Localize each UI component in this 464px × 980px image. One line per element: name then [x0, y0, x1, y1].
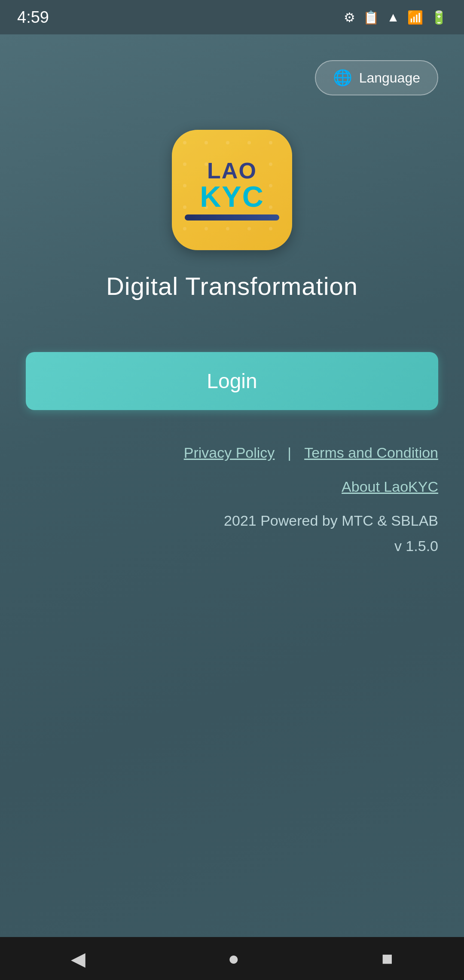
about-laokyc-link[interactable]: About LaoKYC: [342, 478, 438, 495]
language-button[interactable]: 🌐 Language: [315, 60, 438, 95]
footer-powered-by: 2021 Powered by MTC & SBLAB: [224, 512, 438, 529]
app-title: Digital Transformation: [106, 272, 358, 300]
policy-links-row: Privacy Policy | Terms and Condition: [184, 444, 438, 461]
signal-icon: 📶: [407, 10, 423, 25]
sim-icon: 📋: [363, 10, 379, 25]
nav-back-button[interactable]: ◀: [71, 948, 85, 970]
svg-point-6: [183, 162, 186, 166]
svg-point-15: [205, 227, 208, 230]
svg-point-3: [226, 141, 229, 144]
wifi-icon: ▲: [387, 10, 400, 24]
logo-inner: LAO KYC: [172, 130, 292, 250]
main-content: 🌐 Language: [0, 34, 464, 937]
language-icon: 🌐: [333, 69, 352, 87]
svg-point-13: [269, 205, 272, 209]
svg-point-17: [247, 227, 251, 230]
nav-home-button[interactable]: ●: [228, 948, 239, 969]
footer-version: v 1.5.0: [394, 538, 438, 554]
privacy-policy-link[interactable]: Privacy Policy: [184, 444, 275, 461]
svg-point-11: [183, 205, 186, 209]
language-label: Language: [359, 70, 420, 86]
status-icons: ⚙ 📋 ▲ 📶 🔋: [344, 10, 447, 25]
navigation-bar: ◀ ● ■: [0, 937, 464, 980]
login-button[interactable]: Login: [26, 352, 438, 410]
status-time: 4:59: [17, 8, 49, 27]
logo-text-bottom: KYC: [200, 182, 264, 211]
svg-point-10: [269, 184, 272, 187]
link-separator: |: [287, 444, 291, 461]
svg-point-2: [205, 141, 208, 144]
app-logo: LAO KYC: [172, 130, 292, 250]
svg-point-14: [183, 227, 186, 230]
battery-icon: 🔋: [431, 10, 447, 25]
svg-point-4: [247, 141, 251, 144]
terms-condition-link[interactable]: Terms and Condition: [304, 444, 438, 461]
svg-point-7: [205, 162, 208, 166]
svg-point-1: [183, 141, 186, 144]
status-bar: 4:59 ⚙ 📋 ▲ 📶 🔋: [0, 0, 464, 34]
svg-point-5: [269, 141, 272, 144]
nav-recents-button[interactable]: ■: [382, 948, 393, 969]
svg-point-9: [183, 184, 186, 187]
svg-point-8: [269, 162, 272, 166]
svg-point-18: [269, 227, 272, 230]
svg-point-16: [226, 227, 229, 230]
settings-icon: ⚙: [344, 10, 355, 25]
